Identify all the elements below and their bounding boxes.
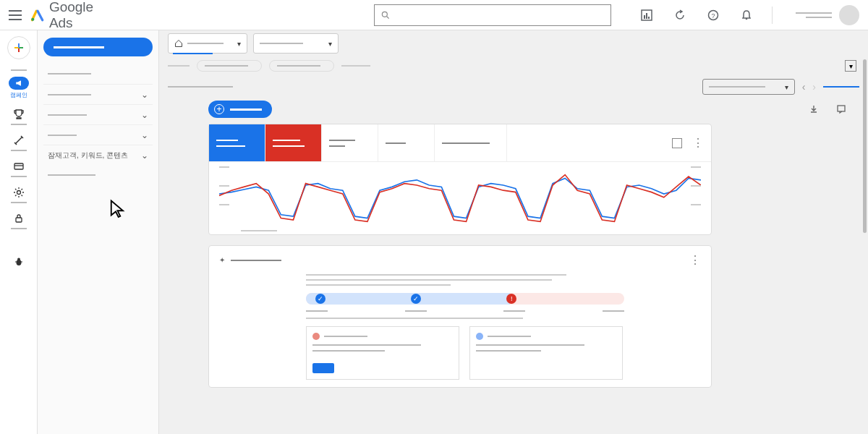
- nav-billing[interactable]: [1, 157, 36, 180]
- card-description: [306, 274, 701, 286]
- chip[interactable]: [168, 65, 190, 67]
- megaphone-icon: [9, 77, 29, 90]
- menu-icon[interactable]: [9, 10, 22, 20]
- svg-rect-13: [14, 163, 23, 169]
- toolbar: +: [208, 101, 859, 118]
- date-range-picker[interactable]: ▾: [702, 79, 795, 95]
- chevron-down-icon: ⌄: [141, 110, 148, 120]
- account-selector[interactable]: ▾: [168, 33, 247, 54]
- apply-button[interactable]: [312, 363, 334, 373]
- card-title: [231, 260, 281, 261]
- nav-row-expand[interactable]: ⌄: [43, 104, 153, 124]
- helper-text: [306, 318, 523, 319]
- view-toggle-link[interactable]: [823, 86, 859, 88]
- campaign-selector[interactable]: ▾: [253, 33, 339, 54]
- more-icon[interactable]: ⋮: [689, 253, 701, 267]
- reports-icon[interactable]: [640, 9, 653, 22]
- svg-point-1: [383, 12, 388, 17]
- filter-chips: ▾: [168, 60, 859, 72]
- download-icon[interactable]: [809, 104, 819, 114]
- chip[interactable]: [341, 65, 370, 67]
- product-logo[interactable]: Google Ads: [30, 0, 119, 31]
- chevron-down-icon: ⌄: [141, 130, 148, 140]
- metric-tab-2[interactable]: [265, 124, 322, 161]
- chip[interactable]: [269, 60, 334, 72]
- nav-admin[interactable]: [1, 183, 36, 206]
- dropdown-icon: ▾: [785, 83, 788, 91]
- account-switcher[interactable]: [796, 5, 859, 25]
- app-header: Google Ads ?: [0, 0, 868, 30]
- nav-row-expand[interactable]: ⌄: [43, 124, 153, 145]
- svg-line-2: [387, 16, 389, 18]
- optimization-card: ✦ ⋮ ✓ ✓ !: [208, 245, 712, 388]
- nav-goals[interactable]: [1, 105, 36, 128]
- secondary-nav: ⌄ ⌄ ⌄ 잠재고객, 키워드, 콘텐츠⌄: [38, 30, 159, 434]
- lock-icon: [12, 212, 25, 225]
- svg-rect-5: [646, 13, 647, 19]
- nav-campaigns[interactable]: 캠페인: [1, 74, 36, 102]
- trophy-icon: [12, 108, 25, 121]
- feedback-icon[interactable]: [836, 104, 846, 114]
- recommendation-card[interactable]: [306, 326, 459, 380]
- dropdown-icon: ▾: [328, 40, 332, 48]
- nav-rail: 캠페인: [0, 30, 38, 434]
- page-title-row: ▾ ‹ ›: [168, 79, 859, 95]
- page-title: [168, 86, 233, 88]
- svg-rect-4: [644, 15, 645, 19]
- svg-text:?: ?: [712, 12, 715, 20]
- create-button[interactable]: [7, 36, 30, 59]
- search-input[interactable]: [374, 4, 611, 26]
- card-icon: [12, 160, 25, 173]
- metric-tab-4[interactable]: [378, 124, 435, 161]
- nav-row-expand[interactable]: ⌄: [43, 84, 153, 104]
- help-icon[interactable]: ?: [707, 9, 720, 22]
- svg-rect-21: [838, 106, 845, 111]
- nav-row[interactable]: [43, 165, 153, 185]
- refresh-icon[interactable]: [673, 9, 686, 22]
- metric-tab-3[interactable]: [322, 124, 378, 161]
- gear-icon: [12, 186, 25, 199]
- chevron-down-icon: ⌄: [141, 150, 148, 161]
- scrollbar[interactable]: [863, 59, 867, 233]
- tools-icon: [12, 134, 25, 147]
- header-actions: ?: [640, 9, 753, 22]
- chevron-down-icon: ⌄: [141, 90, 148, 100]
- more-icon[interactable]: ⋮: [692, 136, 704, 150]
- save-view-icon[interactable]: ▾: [845, 60, 856, 72]
- product-name: Google Ads: [49, 0, 119, 31]
- nav-security[interactable]: [1, 209, 36, 232]
- scope-filters: ▾ ▾: [168, 33, 859, 54]
- date-prev-button[interactable]: ‹: [802, 81, 806, 93]
- progress-labels: [306, 310, 624, 312]
- user-avatar[interactable]: [839, 5, 859, 25]
- nav-overview-chip[interactable]: [43, 38, 153, 56]
- new-button[interactable]: +: [208, 101, 272, 118]
- bug-icon: [12, 255, 25, 268]
- metric-tab-1[interactable]: [209, 124, 265, 161]
- main-content: ▾ ▾ ▾ ▾ ‹ › +: [159, 30, 868, 434]
- ads-logo-icon: [30, 8, 45, 22]
- svg-point-18: [17, 258, 20, 261]
- chart-area: [209, 162, 711, 234]
- nav-row[interactable]: [43, 64, 153, 84]
- metric-tabs: ⋮: [209, 124, 711, 162]
- sparkle-icon: ✦: [219, 256, 225, 264]
- nav-tools[interactable]: [1, 131, 36, 154]
- nav-debug[interactable]: [1, 252, 36, 271]
- svg-point-0: [31, 17, 34, 20]
- recommendation-card[interactable]: [469, 326, 623, 380]
- search-icon: [380, 10, 391, 20]
- date-next-button[interactable]: ›: [812, 81, 816, 93]
- step-error-icon: !: [506, 294, 516, 304]
- line-chart: [219, 168, 701, 229]
- svg-point-15: [17, 191, 20, 195]
- metrics-chart-card: ⋮: [208, 124, 712, 235]
- expand-chart-icon[interactable]: [672, 138, 682, 148]
- metric-tab-5[interactable]: [435, 124, 507, 161]
- chip[interactable]: [197, 60, 262, 72]
- svg-rect-16: [16, 218, 22, 222]
- nav-audiences[interactable]: 잠재고객, 키워드, 콘텐츠⌄: [43, 145, 153, 165]
- home-icon: [174, 39, 183, 48]
- notifications-icon[interactable]: [740, 9, 753, 22]
- recommendation-cards: [306, 326, 701, 380]
